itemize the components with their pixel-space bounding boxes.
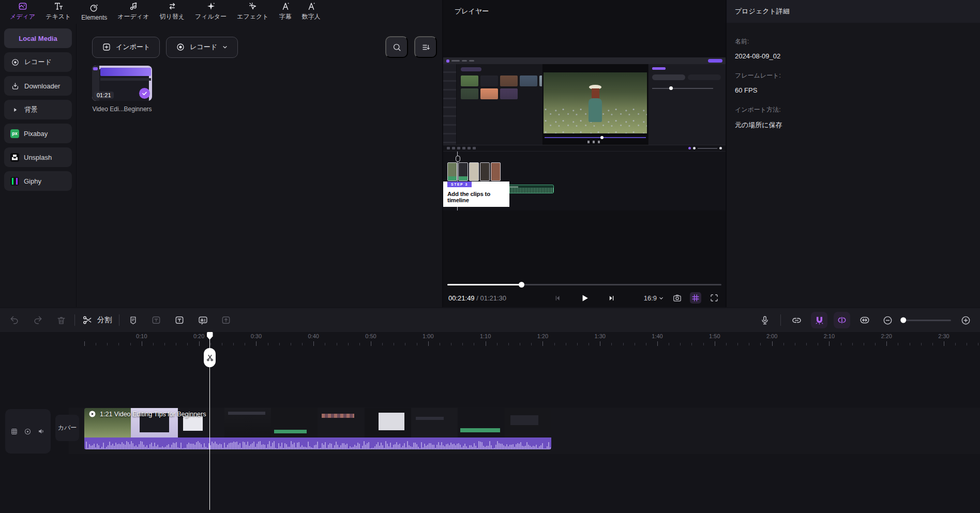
- auto-ripple-button[interactable]: [834, 312, 850, 328]
- magnet-snap-button[interactable]: [811, 312, 827, 328]
- tab-オーディオ[interactable]: オーディオ: [113, 0, 154, 22]
- text-template-button[interactable]: [148, 312, 164, 328]
- nested-editor-main: [443, 64, 726, 145]
- ruler-tick: [726, 343, 727, 345]
- tab-数字人[interactable]: 数字人: [297, 0, 325, 22]
- nested-step-caption: STEP 3 Add the clips to timeline: [443, 182, 509, 207]
- zoom-out-button[interactable]: [879, 312, 896, 328]
- export-clip-button[interactable]: [218, 312, 234, 328]
- sidebar-item-label: Local Media: [19, 35, 57, 42]
- undo-button[interactable]: [6, 312, 23, 328]
- ruler-tick: [680, 343, 681, 345]
- tab-字幕[interactable]: 字幕: [275, 0, 296, 22]
- media-clip-card[interactable]: 01:21 Video Edi...Beginners: [92, 66, 152, 113]
- redo-button[interactable]: [29, 312, 46, 328]
- video-track-icon[interactable]: [10, 428, 18, 435]
- tab-メディア[interactable]: メディア: [5, 0, 40, 22]
- marker-button[interactable]: [125, 312, 141, 328]
- unsplash-icon: [10, 153, 19, 162]
- ruler-tick: [852, 343, 853, 345]
- ruler-tick: [313, 341, 314, 346]
- search-icon: [392, 42, 402, 52]
- ruler-tick: [829, 341, 830, 346]
- fit-timeline-button[interactable]: [856, 312, 873, 328]
- snapshot-button[interactable]: [671, 290, 683, 306]
- media-icon: [18, 1, 28, 11]
- ruler-tick: [451, 343, 451, 345]
- track-visibility-icon[interactable]: [24, 428, 32, 435]
- tab-label: フィルター: [195, 12, 227, 21]
- ruler-tick: [657, 341, 658, 346]
- sidebar-item-unsplash[interactable]: Unsplash: [4, 147, 72, 167]
- video-editor-app: メディアテキストElementsオーディオ切り替えフィルターエフェクト字幕数字人…: [0, 0, 980, 513]
- download-icon: [10, 81, 20, 90]
- import-button-label: インポート: [116, 42, 150, 52]
- ruler-tick: [394, 343, 394, 345]
- previous-frame-button[interactable]: [549, 290, 566, 306]
- tab-フィルター[interactable]: フィルター: [190, 0, 231, 22]
- ruler-tick: [669, 343, 669, 345]
- ruler-tick: [222, 343, 222, 345]
- scissors-cursor-icon: [206, 354, 214, 362]
- split-button[interactable]: 分割: [82, 315, 112, 325]
- ruler-tick: [577, 343, 578, 345]
- play-button[interactable]: [576, 290, 593, 306]
- zoom-slider-handle[interactable]: [900, 318, 906, 323]
- media-clip-title: Video Edi...Beginners: [92, 105, 152, 113]
- timeline-zoom-slider[interactable]: [902, 320, 951, 321]
- ruler-tick: [955, 343, 956, 345]
- nested-media-thumbnail: [461, 88, 478, 99]
- effect-icon: [248, 1, 258, 11]
- sort-button[interactable]: [414, 36, 437, 58]
- ruler-tick: [462, 343, 463, 345]
- fullscreen-button[interactable]: [708, 290, 720, 306]
- sidebar-item-label: 背景: [24, 105, 38, 114]
- delete-button[interactable]: [53, 312, 69, 328]
- clip-thumbnail: [505, 408, 551, 437]
- link-clips-button[interactable]: [788, 312, 805, 328]
- ai-caption-button[interactable]: [194, 312, 211, 328]
- record-button-label: レコード: [190, 42, 217, 52]
- progress-handle[interactable]: [519, 282, 524, 288]
- ruler-tick: [142, 341, 142, 346]
- sidebar-item-local-media[interactable]: Local Media: [4, 28, 72, 48]
- ruler-tick: [898, 343, 898, 345]
- tab-テキスト[interactable]: テキスト: [41, 0, 76, 22]
- clip-thumbnail: [224, 408, 271, 437]
- tab-切り替え[interactable]: 切り替え: [155, 0, 189, 22]
- aspect-ratio-selector[interactable]: 16:9: [644, 294, 664, 302]
- ruler-tick: [428, 341, 429, 346]
- record-button[interactable]: レコード: [166, 37, 238, 58]
- timeline-video-clip[interactable]: 1:21 Video Editing Tips for Beginners: [84, 408, 551, 449]
- sidebar-item-pixabay[interactable]: pxPixabay: [4, 124, 72, 143]
- sidebar-item-giphy[interactable]: Giphy: [4, 171, 72, 191]
- sidebar-item-downloader[interactable]: Downloader: [4, 76, 72, 96]
- voiceover-mic-button[interactable]: [757, 312, 773, 328]
- cover-button[interactable]: カバー: [55, 415, 79, 441]
- grid-overlay-button[interactable]: [690, 292, 701, 304]
- ruler-tick: [818, 343, 818, 345]
- tab-label: オーディオ: [117, 12, 149, 21]
- zoom-in-button[interactable]: [957, 312, 974, 328]
- sidebar-item-背景[interactable]: 背景: [4, 100, 72, 119]
- ruler-tick: [210, 343, 211, 345]
- ruler-label: 2:30: [938, 333, 949, 339]
- detail-field-label: 名前:: [735, 37, 972, 46]
- ruler-label: 1:20: [537, 333, 548, 339]
- tab-エフェクト[interactable]: エフェクト: [232, 0, 273, 22]
- text-tool-button[interactable]: [171, 312, 188, 328]
- ruler-label: 0:50: [365, 333, 376, 339]
- track-header-controls: [5, 409, 51, 454]
- track-audio-icon[interactable]: [37, 427, 46, 435]
- import-button[interactable]: インポート: [92, 37, 160, 58]
- next-frame-button[interactable]: [603, 290, 620, 306]
- timeline-ruler[interactable]: 0:100:200:300:400:501:001:101:201:301:40…: [0, 332, 980, 349]
- sidebar-item-レコード[interactable]: レコード: [4, 52, 72, 72]
- tab-Elements[interactable]: Elements: [77, 2, 112, 22]
- search-button[interactable]: [385, 36, 408, 58]
- detail-field-value: 2024-08-09_02: [735, 52, 972, 60]
- giphy-icon: [10, 177, 19, 186]
- player-progress-bar[interactable]: [447, 281, 721, 288]
- pixabay-icon: px: [10, 129, 19, 138]
- filter-icon: [206, 1, 216, 11]
